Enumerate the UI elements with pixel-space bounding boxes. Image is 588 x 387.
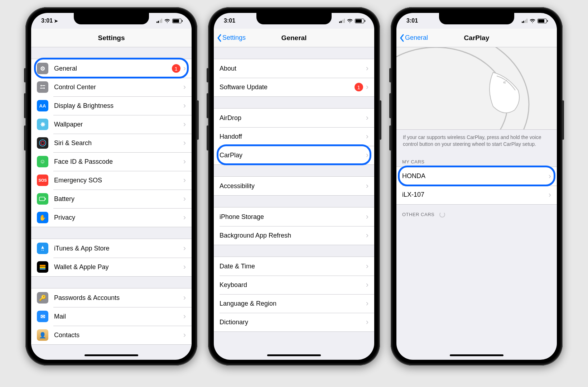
privacy-icon: ✋ [37,212,48,223]
chevron-right-icon: › [366,64,368,73]
row-label: Wallet & Apple Pay [54,263,183,271]
general-row-airdrop[interactable]: AirDrop › [214,109,374,127]
chevron-right-icon: › [183,244,186,253]
row-label: Siri & Search [54,139,183,147]
status-time: 3:01 [224,18,235,24]
volume-up-button [24,93,26,118]
settings-row-display[interactable]: AA Display & Brightness › [31,96,192,115]
notification-badge: 1 [172,64,180,73]
row-label: Background App Refresh [220,232,366,239]
row-label: Mail [54,313,183,320]
general-row-dictionary[interactable]: Dictionary › [214,313,374,331]
svg-rect-3 [40,88,43,89]
back-button[interactable]: General [399,34,428,42]
section-header-label: OTHER CARS [402,212,434,217]
row-label: Date & Time [220,263,366,270]
svg-text:«´: «´ [503,79,507,85]
settings-row-mail[interactable]: ✉ Mail › [31,307,192,326]
settings-row-itunes[interactable]: iTunes & App Store › [31,239,192,258]
back-button[interactable]: Settings [217,34,246,42]
steering-wheel-illustration: «´ [396,47,557,130]
car-row-ilx107[interactable]: iLX-107 › [396,186,557,204]
nav-title: General [281,34,307,42]
row-label: Privacy [54,214,183,221]
nav-title: CarPlay [464,34,490,42]
row-label: Emergency SOS [54,177,183,184]
general-row-carplay[interactable]: CarPlay › [214,146,374,164]
battery-icon [172,19,182,23]
settings-row-passwords[interactable]: 🔑 Passwords & Accounts › [31,288,192,307]
screen: 3:01 Settings General About › [214,13,374,360]
carplay-content[interactable]: «´ If your car supports wireless CarPlay… [396,47,557,360]
settings-row-battery[interactable]: Battery › [31,190,192,208]
general-row-about[interactable]: About › [214,59,374,78]
chevron-right-icon: › [183,262,186,272]
settings-row-general[interactable]: ⚙ General 1 › [31,59,192,78]
chevron-right-icon: › [183,194,186,204]
help-text: If your car supports wireless CarPlay, p… [396,130,557,152]
settings-row-wallet[interactable]: Wallet & Apple Pay › [31,258,192,276]
settings-row-faceid[interactable]: ☺ Face ID & Passcode › [31,152,192,171]
volume-up-button [389,93,391,118]
settings-row-sos[interactable]: SOS Emergency SOS › [31,171,192,190]
wifi-icon [347,19,353,23]
volume-down-button [24,125,26,150]
svg-rect-10 [40,268,45,269]
svg-point-2 [43,87,45,89]
settings-row-contacts[interactable]: 👤 Contacts › [31,326,192,344]
chevron-right-icon: › [183,312,186,321]
car-row-honda[interactable]: HONDA › [396,167,557,186]
location-services-icon: ➤ [54,18,58,24]
row-label: HONDA [402,172,549,180]
contacts-icon: 👤 [37,329,48,341]
svg-rect-1 [42,85,45,86]
row-label: About [220,65,366,72]
chevron-right-icon: › [183,138,186,148]
volume-up-button [207,93,209,118]
chevron-right-icon: › [366,132,368,141]
home-indicator[interactable] [450,354,503,356]
wifi-icon [164,19,170,23]
home-indicator[interactable] [267,354,321,356]
chevron-right-icon: › [366,150,368,160]
svg-rect-8 [40,265,45,266]
gear-icon: ⚙ [37,63,48,74]
general-row-date-time[interactable]: Date & Time › [214,257,374,276]
general-row-background-refresh[interactable]: Background App Refresh › [214,226,374,245]
mute-switch [207,68,209,82]
settings-row-control-center[interactable]: Control Center › [31,78,192,96]
nav-bar: Settings [31,29,192,47]
row-label: Keyboard [220,281,366,289]
mail-icon: ✉ [37,311,48,322]
chevron-right-icon: › [366,113,368,123]
row-label: iTunes & App Store [54,245,183,252]
settings-list[interactable]: ⚙ General 1 › Control Center › AA Displa… [31,47,192,360]
row-label: iPhone Storage [220,213,366,221]
general-row-storage[interactable]: iPhone Storage › [214,207,374,226]
siri-icon [37,137,48,149]
general-row-accessibility[interactable]: Accessibility › [214,177,374,195]
chevron-right-icon: › [183,157,186,166]
settings-row-siri[interactable]: Siri & Search › [31,134,192,152]
volume-down-button [389,125,391,150]
general-row-keyboard[interactable]: Keyboard › [214,276,374,294]
side-button [197,100,199,140]
faceid-icon: ☺ [37,156,48,167]
chevron-right-icon: › [366,212,368,221]
settings-row-privacy[interactable]: ✋ Privacy › [31,208,192,227]
general-row-handoff[interactable]: Handoff › [214,127,374,146]
general-list[interactable]: About › Software Update 1 › AirDrop › Ha… [214,47,374,360]
home-indicator[interactable] [85,354,138,356]
wallet-icon [37,261,48,273]
battery-icon [37,193,48,205]
sliders-icon [37,81,48,93]
general-row-language[interactable]: Language & Region › [214,294,374,313]
wallpaper-icon: ❋ [37,119,48,130]
volume-down-button [207,125,209,150]
settings-row-wallpaper[interactable]: ❋ Wallpaper › [31,115,192,134]
row-label: Control Center [54,83,183,91]
general-row-software-update[interactable]: Software Update 1 › [214,78,374,96]
side-button [562,100,564,140]
nav-title: Settings [98,34,125,42]
section-header-my-cars: MY CARS [396,152,557,167]
